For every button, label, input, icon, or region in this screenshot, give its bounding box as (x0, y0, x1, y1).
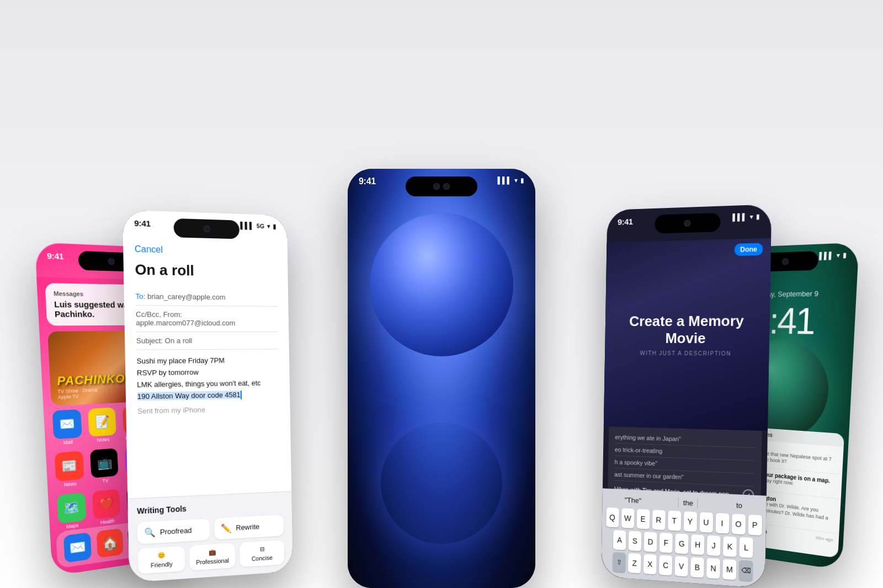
mail-body[interactable]: Sushi my place Friday 7PM RSVP by tomorr… (136, 355, 279, 403)
friendly-label: Friendly (151, 560, 173, 569)
key-r[interactable]: R (652, 510, 665, 530)
concise-icon: ⊟ (259, 546, 264, 553)
network-2: 5G (257, 223, 264, 229)
app-maps[interactable]: 🗺️ Maps (56, 493, 87, 531)
phone2-content: 9:41 ▌▌▌ 5G ▾ ▮ Cancel On a roll To: bri… (123, 210, 293, 583)
phone-second-right: 9:41 ▌▌▌ ▾ ▮ Done Create a Memory Movie … (601, 204, 772, 588)
dock-icon-home[interactable]: 🏠 (96, 528, 123, 558)
suggestion-3[interactable]: to (732, 500, 747, 511)
mail-to-field[interactable]: To: brian_carey@apple.com (135, 287, 278, 307)
key-z[interactable]: Z (628, 553, 641, 574)
rewrite-button[interactable]: ✏️ Rewrite (214, 515, 284, 540)
dynamic-island-2 (173, 218, 240, 239)
mail-subject-field[interactable]: Subject: On a roll (136, 332, 279, 350)
proofread-icon: 🔍 (144, 527, 156, 538)
battery-2: ▮ (273, 223, 276, 231)
mail-subject-value: Subject: On a roll (136, 336, 193, 345)
key-p[interactable]: P (748, 515, 762, 536)
signal-4: ▌▌▌ (732, 213, 747, 221)
memory-movie-bg: Done Create a Memory Movie WITH JUST A D… (604, 238, 771, 431)
mail-cc-field[interactable]: Cc/Bcc, From: apple.marcom077@icloud.com (136, 306, 279, 332)
phone3-screen: 9:41 ▌▌▌ ▾ ▮ Monday, September 9 9:41 (348, 169, 535, 588)
app-news[interactable]: 📰 News (54, 451, 85, 488)
battery-4: ▮ (756, 212, 760, 221)
camera-dot (434, 184, 439, 189)
professional-icon: 💼 (209, 548, 216, 556)
dynamic-island-4 (655, 213, 721, 234)
key-x[interactable]: X (643, 554, 657, 574)
time-1: 9:41 (47, 251, 64, 261)
rewrite-icon: ✏️ (221, 523, 232, 534)
signal-3: ▌▌▌ (497, 177, 512, 184)
phone-center: 9:41 ▌▌▌ ▾ ▮ Monday, September 9 9:41 (348, 169, 535, 588)
dock-icon-mail[interactable]: ✉️ (63, 532, 92, 563)
key-f[interactable]: F (659, 532, 673, 553)
app-tv[interactable]: 📺 TV (89, 448, 119, 485)
key-m[interactable]: M (722, 559, 736, 580)
app-label-news: News (64, 481, 77, 488)
app-health[interactable]: ❤️ Health (92, 489, 121, 526)
app-mail[interactable]: ✉️ Mail (52, 409, 83, 446)
key-a[interactable]: A (613, 530, 626, 550)
key-t[interactable]: T (668, 511, 681, 531)
keyboard-area: "The" the to Q W E R T Y U I (601, 488, 767, 588)
signal-2: ▌▌▌ (240, 222, 254, 230)
key-shift[interactable]: ⇧ (613, 552, 625, 573)
app-notes[interactable]: 📝 Notes (88, 407, 118, 443)
key-j[interactable]: J (707, 535, 721, 556)
battery-5: ▮ (843, 251, 847, 259)
key-w[interactable]: W (621, 508, 634, 528)
key-g[interactable]: G (675, 533, 688, 554)
wifi-3: ▾ (514, 177, 518, 184)
key-h[interactable]: H (691, 534, 705, 555)
dynamic-island-3 (406, 177, 477, 196)
cancel-button[interactable]: Cancel (135, 244, 277, 258)
concise-label: Concise (252, 554, 273, 562)
key-l[interactable]: L (740, 537, 753, 558)
rewrite-label: Rewrite (236, 522, 259, 532)
mail-subject-heading: On a roll (135, 261, 277, 281)
time-2: 9:41 (134, 218, 151, 228)
professional-button[interactable]: 💼 Professional (189, 543, 236, 570)
app-label-notes: Notes (97, 436, 110, 443)
concise-button[interactable]: ⊟ Concise (240, 540, 284, 567)
suggestion-1[interactable]: "The" (620, 495, 646, 506)
orb-top-decoration (370, 213, 513, 356)
key-delete[interactable]: ⌫ (739, 560, 753, 581)
mail-sent-from: Sent from my iPhone (137, 404, 280, 416)
mail-line-4: 190 Allston Way door code 4581 (137, 389, 279, 403)
time-4: 9:41 (618, 217, 633, 227)
key-u[interactable]: U (699, 512, 713, 532)
key-s[interactable]: S (629, 531, 642, 551)
writing-tools-grid: 🔍 Proofread ✏️ Rewrite (137, 515, 284, 544)
writing-tools-row2: 😊 Friendly 💼 Professional ⊟ Concise (137, 540, 284, 574)
key-e[interactable]: E (636, 509, 650, 530)
done-button[interactable]: Done (735, 243, 763, 256)
key-b[interactable]: B (690, 557, 704, 578)
wifi-4: ▾ (749, 213, 753, 221)
phones-container: 9:41 ▌▌▌ ▾ ▮ Messages Luis suggested wat… (0, 0, 883, 588)
key-v[interactable]: V (674, 556, 688, 577)
key-o[interactable]: O (731, 514, 745, 534)
key-c[interactable]: C (659, 555, 672, 575)
key-i[interactable]: I (715, 513, 729, 534)
key-y[interactable]: Y (683, 511, 696, 532)
professional-label: Professional (196, 557, 229, 566)
mail-line-3: LMK allergies, things you won't eat, etc (137, 377, 279, 391)
app-label-tv: TV (102, 478, 109, 484)
key-n[interactable]: N (706, 558, 720, 579)
friendly-button[interactable]: 😊 Friendly (137, 546, 185, 574)
proofread-button[interactable]: 🔍 Proofread (137, 518, 210, 544)
phone4-screen: 9:41 ▌▌▌ ▾ ▮ Done Create a Memory Movie … (601, 204, 772, 588)
key-k[interactable]: K (723, 536, 737, 557)
proofread-label: Proofread (160, 526, 192, 536)
battery-3: ▮ (520, 177, 524, 184)
app-label-health: Health (100, 518, 115, 525)
key-q[interactable]: Q (606, 507, 619, 527)
key-d[interactable]: D (644, 532, 657, 552)
suggestion-2[interactable]: the (678, 498, 698, 509)
status-icons-5: ▌▌▌ ▾ ▮ (819, 251, 847, 260)
mail-line-1: Sushi my place Friday 7PM (136, 355, 279, 367)
time-3: 9:41 (359, 177, 376, 186)
mail-to-label: To: (135, 292, 145, 301)
